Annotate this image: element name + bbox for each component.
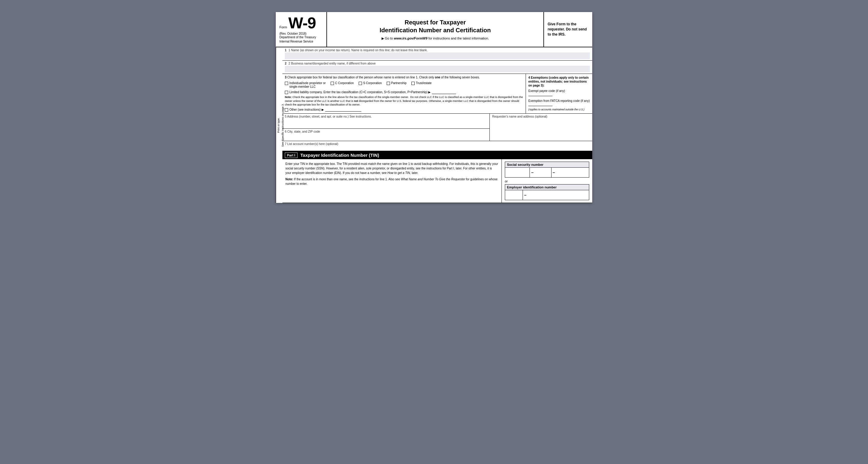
part1-right: Social security number – – or Employer i… <box>502 159 592 203</box>
checkbox-partnership-box[interactable] <box>387 82 390 85</box>
row2-input[interactable] <box>285 66 590 72</box>
ssn-field: – – <box>505 167 589 178</box>
checkbox-trust[interactable]: Trust/estate <box>411 82 432 85</box>
header-center: Request for Taxpayer Identification Numb… <box>327 12 544 47</box>
checkbox-s-corp[interactable]: S Corporation <box>359 82 382 85</box>
row1-label: 1 1 Name (as shown on your income tax re… <box>285 49 590 52</box>
ssn-box2[interactable] <box>535 167 551 177</box>
form-rev: (Rev. October 2018) <box>279 32 323 35</box>
part1-label: Part I <box>285 153 298 158</box>
row1-input[interactable] <box>285 53 590 59</box>
row5-area: 5 Address (number, street, and apt. or s… <box>282 114 490 141</box>
row2: 2 2 Business name/disregarded entity nam… <box>282 61 592 74</box>
row4-fatca: Exemption from FATCA reporting code (if … <box>528 99 590 107</box>
row3-title: 3 Check appropriate box for federal tax … <box>285 76 523 79</box>
part1-header: Part I Taxpayer Identification Number (T… <box>282 151 592 159</box>
sidebar-text1: Print or type. <box>277 117 280 133</box>
goto-text: ▶ Go to www.irs.gov/FormW9 for instructi… <box>381 36 489 40</box>
exempt-input[interactable] <box>528 93 553 96</box>
llc-row: Limited liability company. Enter the tax… <box>285 90 523 94</box>
part1-note: Note: If the account is in more than one… <box>285 177 498 186</box>
ein-dash: – <box>523 193 528 197</box>
row2-label: 2 2 Business name/disregarded entity nam… <box>285 62 590 65</box>
sidebar: Print or type. See Specific Instructions… <box>276 47 282 203</box>
part1-left: Enter your TIN in the appropriate box. T… <box>282 159 502 203</box>
row4-exempt: Exempt payee code (if any) <box>528 89 590 97</box>
main-content: 1 1 Name (as shown on your income tax re… <box>282 47 592 203</box>
give-form-text: Give Form to the requester. Do not send … <box>548 22 589 37</box>
form-header: Form W-9 (Rev. October 2018) Department … <box>276 12 592 47</box>
checkbox-s-corp-label: S Corporation <box>363 82 382 85</box>
form-body: Print or type. See Specific Instructions… <box>276 47 592 203</box>
form-w9: Form W-9 (Rev. October 2018) Department … <box>276 12 592 203</box>
ssn-box3[interactable] <box>556 167 589 177</box>
form-label: Form <box>279 25 287 29</box>
ssn-dash1: – <box>530 170 535 175</box>
row4-title: 4 Exemptions (codes apply only to certai… <box>528 76 590 87</box>
row2-number: 2 <box>285 62 287 65</box>
row56-container: 5 Address (number, street, and apt. or s… <box>282 114 592 141</box>
row6: 6 City, state, and ZIP code <box>282 129 490 141</box>
goto-url: www.irs.gov/FormW9 <box>394 36 427 40</box>
ein-label: Employer identification number <box>505 184 589 190</box>
other-input[interactable] <box>325 108 361 112</box>
checkbox-c-corp[interactable]: C Corporation <box>331 82 354 85</box>
row4-applies: (Applies to accounts maintained outside … <box>528 108 590 111</box>
checkbox-individual-box[interactable] <box>285 82 288 85</box>
row3-4-container: 3 Check appropriate box for federal tax … <box>282 74 592 114</box>
checkbox-llc-box[interactable] <box>285 91 288 94</box>
row6-label: 6 City, state, and ZIP code <box>285 130 487 133</box>
ein-box1[interactable] <box>505 190 523 200</box>
ssn-label: Social security number <box>505 162 589 167</box>
part1-title: Taxpayer Identification Number (TIN) <box>301 153 379 158</box>
row1: 1 1 Name (as shown on your income tax re… <box>282 47 592 61</box>
row1-number: 1 <box>285 49 287 52</box>
part1-body: Enter your TIN in the appropriate box. T… <box>282 159 592 203</box>
form-dept1: Department of the Treasury <box>279 35 323 39</box>
requester-label: Requester's name and address (optional) <box>492 115 590 118</box>
header-left: Form W-9 (Rev. October 2018) Department … <box>276 12 327 47</box>
checkbox-c-corp-box[interactable] <box>331 82 334 85</box>
header-right: Give Form to the requester. Do not send … <box>544 12 592 47</box>
other-label: Other (see instructions) ▶ <box>289 108 324 112</box>
row3-note: Note: Check the appropriate box in the l… <box>285 95 523 107</box>
row3: 3 Check appropriate box for federal tax … <box>282 74 526 113</box>
checkboxes-row: Individual/sole proprietor orsingle-memb… <box>285 82 523 89</box>
llc-classification-input[interactable] <box>432 90 456 94</box>
form-dept2: Internal Revenue Service <box>279 39 323 44</box>
or-text: or <box>505 179 589 183</box>
form-title: Request for Taxpayer Identification Numb… <box>380 19 491 34</box>
row5: 5 Address (number, street, and apt. or s… <box>282 114 490 129</box>
form-number: W-9 <box>288 15 316 31</box>
other-row: Other (see instructions) ▶ <box>285 108 523 112</box>
sidebar-text2: See Specific Instructions on page 3. <box>281 103 284 147</box>
checkbox-s-corp-box[interactable] <box>359 82 362 85</box>
ssn-dash2: – <box>552 170 556 175</box>
ssn-box1[interactable] <box>505 167 530 177</box>
llc-label: Limited liability company. Enter the tax… <box>289 90 431 94</box>
row5-label: 5 Address (number, street, and apt. or s… <box>285 115 487 118</box>
requester-area: Requester's name and address (optional) <box>490 114 592 141</box>
ein-field: – <box>505 190 589 200</box>
row7: 7 List account number(s) here (optional) <box>282 141 592 151</box>
checkbox-trust-box[interactable] <box>411 82 415 85</box>
checkbox-individual-label: Individual/sole proprietor orsingle-memb… <box>289 82 326 89</box>
checkbox-partnership[interactable]: Partnership <box>387 82 407 85</box>
row4: 4 Exemptions (codes apply only to certai… <box>526 74 592 113</box>
row7-label: 7 List account number(s) here (optional) <box>285 142 590 146</box>
checkbox-other-box[interactable] <box>285 108 288 112</box>
part1-description: Enter your TIN in the appropriate box. T… <box>285 162 498 175</box>
checkbox-partnership-label: Partnership <box>391 82 407 85</box>
fatca-input[interactable] <box>528 102 553 106</box>
ein-box2[interactable] <box>528 190 589 200</box>
checkbox-individual[interactable]: Individual/sole proprietor orsingle-memb… <box>285 82 326 89</box>
checkbox-trust-label: Trust/estate <box>416 82 432 85</box>
checkbox-c-corp-label: C Corporation <box>335 82 354 85</box>
